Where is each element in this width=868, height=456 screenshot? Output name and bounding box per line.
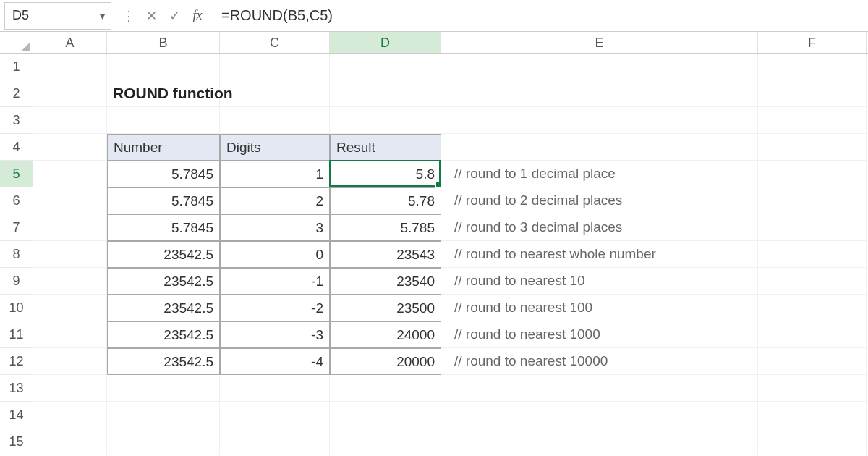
cell-D5[interactable]: 5.8	[330, 161, 441, 187]
cell-D3[interactable]	[330, 107, 441, 134]
cell-B15[interactable]	[107, 428, 220, 455]
col-header-C[interactable]: C	[220, 32, 330, 53]
col-header-B[interactable]: B	[107, 32, 220, 53]
cells[interactable]: ROUND functionNumberDigitsResult5.784515…	[33, 54, 868, 455]
cell-D10[interactable]: 23500	[330, 295, 441, 321]
col-header-A[interactable]: A	[33, 32, 107, 53]
chevron-down-icon[interactable]: ▾	[100, 10, 105, 22]
col-header-F[interactable]: F	[758, 32, 867, 53]
cell-D6[interactable]: 5.78	[330, 187, 441, 214]
cell-C2[interactable]	[220, 80, 330, 107]
cell-E4[interactable]	[441, 134, 758, 161]
cell-B4[interactable]: Number	[107, 134, 220, 161]
cell-A5[interactable]	[33, 161, 107, 187]
cell-A11[interactable]	[33, 321, 107, 348]
cell-B13[interactable]	[107, 375, 220, 402]
cell-E2[interactable]	[441, 80, 758, 107]
cell-F15[interactable]	[758, 428, 867, 455]
cell-A10[interactable]	[33, 295, 107, 321]
cell-C3[interactable]	[220, 107, 330, 134]
row-header-1[interactable]: 1	[0, 54, 33, 80]
cell-B1[interactable]	[107, 54, 220, 80]
cell-A6[interactable]	[33, 187, 107, 214]
row-header-2[interactable]: 2	[0, 80, 33, 107]
cell-F12[interactable]	[758, 348, 867, 375]
cell-D1[interactable]	[330, 54, 441, 80]
col-header-D[interactable]: D	[330, 32, 441, 53]
name-box[interactable]: D5 ▾	[4, 2, 111, 30]
enter-icon[interactable]: ✓	[166, 8, 182, 24]
cell-F3[interactable]	[758, 107, 867, 134]
cell-C9[interactable]: -1	[220, 268, 330, 295]
cell-F4[interactable]	[758, 134, 867, 161]
cell-A1[interactable]	[33, 54, 107, 80]
cell-F1[interactable]	[758, 54, 867, 80]
cell-E13[interactable]	[441, 375, 758, 402]
cell-C8[interactable]: 0	[220, 241, 330, 268]
cell-F14[interactable]	[758, 402, 867, 428]
row-header-5[interactable]: 5	[0, 161, 33, 187]
row-header-10[interactable]: 10	[0, 295, 33, 321]
cell-A9[interactable]	[33, 268, 107, 295]
cell-C1[interactable]	[220, 54, 330, 80]
cell-C15[interactable]	[220, 428, 330, 455]
cell-E6[interactable]: // round to 2 decimal places	[441, 187, 758, 214]
cell-F6[interactable]	[758, 187, 867, 214]
cell-F11[interactable]	[758, 321, 867, 348]
cell-C13[interactable]	[220, 375, 330, 402]
cell-E9[interactable]: // round to nearest 10	[441, 268, 758, 295]
cell-F9[interactable]	[758, 268, 867, 295]
cell-D7[interactable]: 5.785	[330, 214, 441, 241]
cell-A4[interactable]	[33, 134, 107, 161]
cell-E15[interactable]	[441, 428, 758, 455]
cell-A12[interactable]	[33, 348, 107, 375]
cell-C7[interactable]: 3	[220, 214, 330, 241]
cell-F8[interactable]	[758, 241, 867, 268]
cell-A15[interactable]	[33, 428, 107, 455]
row-header-9[interactable]: 9	[0, 268, 33, 295]
row-header-3[interactable]: 3	[0, 107, 33, 134]
cell-A3[interactable]	[33, 107, 107, 134]
formula-input[interactable]	[214, 2, 868, 30]
row-header-13[interactable]: 13	[0, 375, 33, 402]
cell-D13[interactable]	[330, 375, 441, 402]
cell-B7[interactable]: 5.7845	[107, 214, 220, 241]
cell-C11[interactable]: -3	[220, 321, 330, 348]
fx-icon[interactable]: fx	[190, 8, 205, 24]
cell-B5[interactable]: 5.7845	[107, 161, 220, 187]
row-header-11[interactable]: 11	[0, 321, 33, 348]
row-header-12[interactable]: 12	[0, 348, 33, 375]
cell-A7[interactable]	[33, 214, 107, 241]
cell-D9[interactable]: 23540	[330, 268, 441, 295]
row-header-4[interactable]: 4	[0, 134, 33, 161]
cell-B2[interactable]: ROUND function	[107, 80, 220, 107]
cell-E14[interactable]	[441, 402, 758, 428]
cancel-icon[interactable]: ✕	[143, 8, 159, 24]
cell-C12[interactable]: -4	[220, 348, 330, 375]
cell-B10[interactable]: 23542.5	[107, 295, 220, 321]
cell-E3[interactable]	[441, 107, 758, 134]
cell-A14[interactable]	[33, 402, 107, 428]
cell-C4[interactable]: Digits	[220, 134, 330, 161]
cell-A8[interactable]	[33, 241, 107, 268]
row-header-6[interactable]: 6	[0, 187, 33, 214]
cell-A2[interactable]	[33, 80, 107, 107]
cell-F13[interactable]	[758, 375, 867, 402]
row-header-14[interactable]: 14	[0, 402, 33, 428]
cell-B3[interactable]	[107, 107, 220, 134]
cell-E8[interactable]: // round to nearest whole number	[441, 241, 758, 268]
cell-C14[interactable]	[220, 402, 330, 428]
cell-B11[interactable]: 23542.5	[107, 321, 220, 348]
more-icon[interactable]: ⋮	[120, 8, 136, 24]
cell-F10[interactable]	[758, 295, 867, 321]
cell-C6[interactable]: 2	[220, 187, 330, 214]
cell-A13[interactable]	[33, 375, 107, 402]
cell-B6[interactable]: 5.7845	[107, 187, 220, 214]
row-header-15[interactable]: 15	[0, 428, 33, 455]
row-header-8[interactable]: 8	[0, 241, 33, 268]
cell-D15[interactable]	[330, 428, 441, 455]
cell-D12[interactable]: 20000	[330, 348, 441, 375]
cell-B14[interactable]	[107, 402, 220, 428]
cell-B12[interactable]: 23542.5	[107, 348, 220, 375]
cell-E10[interactable]: // round to nearest 100	[441, 295, 758, 321]
